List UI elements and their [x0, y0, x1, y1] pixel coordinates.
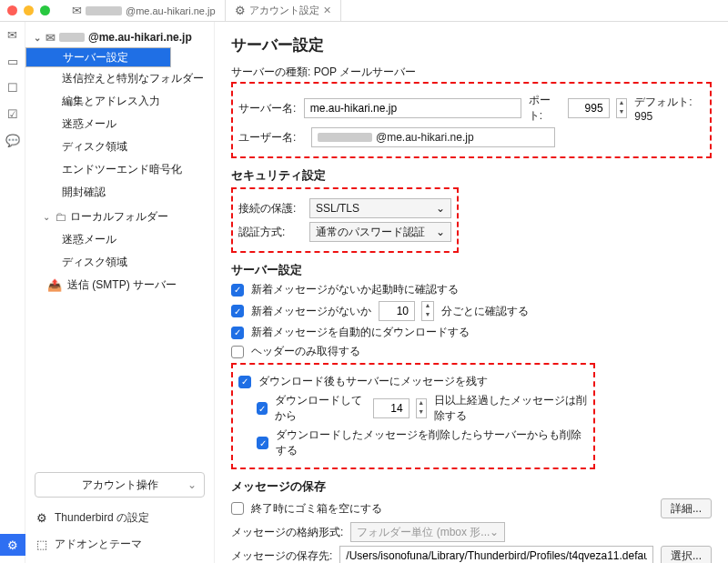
port-input[interactable] — [568, 98, 610, 118]
check-interval-post: 分ごとに確認する — [441, 304, 529, 319]
chat-icon[interactable]: 💬 — [5, 135, 20, 146]
delete-after-days-checkbox[interactable]: ✓ — [257, 402, 268, 415]
connection-security-label: 接続の保護: — [238, 201, 302, 216]
local-folders-label: ローカルフォルダー — [70, 209, 168, 225]
auth-method-label: 認証方式: — [238, 225, 302, 240]
security-section-title: セキュリティ設定 — [231, 167, 712, 184]
delete-remote-label: ダウンロードしたメッセージを削除したらサーバーからも削除する — [276, 427, 588, 458]
store-path-label: メッセージの保存先: — [231, 548, 332, 564]
auth-method-select[interactable]: 通常のパスワード認証⌄ — [309, 222, 451, 242]
sidebar-item-smtp[interactable]: 📤 送信 (SMTP) サーバー — [25, 274, 214, 297]
sidebar-item-receipts[interactable]: 開封確認 — [25, 181, 214, 204]
tab-account-settings[interactable]: ⚙ アカウント設定 ✕ — [226, 0, 341, 22]
tab-mail-account[interactable]: ✉ @me.au-hikari.ne.jp — [63, 0, 226, 22]
tab-bar: ✉ @me.au-hikari.ne.jp ⚙ アカウント設定 ✕ — [63, 0, 341, 22]
browse-button[interactable]: 選択... — [661, 546, 712, 563]
tab-label: @me.au-hikari.ne.jp — [126, 5, 216, 16]
check-interval-input[interactable] — [379, 301, 415, 321]
connection-security-select[interactable]: SSL/TLS⌄ — [309, 198, 451, 218]
gear-icon: ⚙ — [235, 5, 246, 16]
account-tree: サーバー設定 送信控えと特別なフォルダー 編集とアドレス入力 迷惑メール ディス… — [25, 47, 214, 204]
message-store-section-title: メッセージの保存 — [231, 478, 712, 495]
zoom-window-button[interactable] — [40, 5, 50, 15]
inbox-icon[interactable]: ✉ — [7, 29, 17, 41]
check-startup-checkbox[interactable]: ✓ — [231, 284, 244, 297]
leave-on-server-label: ダウンロード後もサーバーにメッセージを残す — [258, 374, 488, 389]
advanced-button[interactable]: 詳細... — [661, 498, 712, 518]
addons-link[interactable]: ⬚ アドオンとテーマ — [25, 531, 214, 558]
local-folders-header[interactable]: ⌄ 🗀 ローカルフォルダー — [25, 204, 214, 228]
local-tree: 迷惑メール ディスク領域 — [25, 228, 214, 274]
calendar-icon[interactable]: ☐ — [7, 82, 18, 94]
check-interval-pre: 新着メッセージがないか — [251, 304, 371, 319]
smtp-label: 送信 (SMTP) サーバー — [67, 277, 177, 293]
chevron-down-icon: ⌄ — [42, 212, 51, 222]
sidebar-item-compose[interactable]: 編集とアドレス入力 — [25, 90, 214, 113]
address-book-icon[interactable]: ▭ — [7, 55, 18, 67]
check-interval-checkbox[interactable]: ✓ — [231, 305, 244, 317]
user-name-value: @me.au-hikari.ne.jp — [376, 131, 474, 144]
close-tab-icon[interactable]: ✕ — [323, 5, 331, 16]
tasks-icon[interactable]: ☑ — [7, 108, 18, 120]
auto-download-checkbox[interactable]: ✓ — [231, 327, 244, 339]
chevron-down-icon: ⌄ — [187, 478, 197, 491]
user-name-label: ユーザー名: — [238, 130, 304, 146]
redacted-text — [318, 133, 372, 142]
empty-trash-label: 終了時にゴミ箱を空にする — [251, 501, 382, 517]
sidebar-item-e2e[interactable]: エンドツーエンド暗号化 — [25, 158, 214, 181]
tab-label: アカウント設定 — [249, 4, 319, 17]
days-stepper[interactable]: ▲▼ — [416, 398, 427, 418]
headers-only-label: ヘッダーのみ取得する — [251, 344, 360, 359]
minimize-window-button[interactable] — [24, 5, 34, 15]
account-actions-button[interactable]: アカウント操作 ⌄ — [35, 472, 205, 498]
addons-label: アドオンとテーマ — [55, 537, 142, 552]
account-name: @me.au-hikari.ne.jp — [88, 31, 192, 44]
sidebar-item-local-junk[interactable]: 迷惑メール — [25, 228, 214, 251]
port-label: ポート: — [529, 93, 561, 124]
default-port-label: デフォルト: 995 — [634, 95, 704, 123]
tb-settings-label: Thunderbird の設定 — [55, 510, 149, 526]
folder-icon: 🗀 — [55, 211, 66, 223]
store-format-label: メッセージの格納形式: — [231, 525, 343, 540]
account-actions-label: アカウント操作 — [82, 478, 158, 493]
leave-on-server-checkbox[interactable]: ✓ — [238, 376, 251, 388]
puzzle-icon: ⬚ — [36, 538, 47, 550]
main: ✉ ▭ ☐ ☑ 💬 ⚙ ⌄ ✉ @me.au-hikari.ne.jp サーバー… — [0, 22, 728, 563]
gear-icon: ⚙ — [7, 539, 18, 551]
thunderbird-settings-link[interactable]: ⚙ Thunderbird の設定 — [25, 505, 214, 531]
sidebar-item-junk[interactable]: 迷惑メール — [25, 113, 214, 136]
highlight-box-2: 接続の保護: SSL/TLS⌄ 認証方式: 通常のパスワード認証⌄ — [231, 187, 459, 253]
titlebar: ✉ @me.au-hikari.ne.jp ⚙ アカウント設定 ✕ — [0, 0, 728, 22]
close-window-button[interactable] — [7, 5, 17, 15]
server-name-input[interactable] — [304, 98, 521, 118]
delete-remote-checkbox[interactable]: ✓ — [257, 437, 268, 449]
store-path-input[interactable] — [339, 546, 653, 563]
chevron-down-icon: ⌄ — [436, 202, 445, 215]
mail-icon: ✉ — [72, 5, 82, 16]
server-kind-row: サーバーの種類: POP メールサーバー — [231, 65, 712, 80]
sidebar-item-disk[interactable]: ディスク領域 — [25, 136, 214, 158]
sidebar-item-local-disk[interactable]: ディスク領域 — [25, 251, 214, 274]
settings-rail-button[interactable]: ⚙ — [0, 534, 25, 556]
headers-only-checkbox[interactable] — [231, 346, 244, 358]
sidebar-item-copies[interactable]: 送信控えと特別なフォルダー — [25, 67, 214, 90]
user-name-input[interactable]: @me.au-hikari.ne.jp — [311, 127, 555, 147]
gear-icon: ⚙ — [36, 512, 47, 524]
page-title: サーバー設定 — [231, 35, 712, 55]
sidebar-item-server-settings[interactable]: サーバー設定 — [25, 47, 171, 67]
interval-stepper[interactable]: ▲▼ — [421, 301, 434, 321]
outbox-icon: 📤 — [47, 279, 62, 291]
delete-after-days-input[interactable] — [373, 398, 410, 418]
account-icon: ✉ — [46, 32, 56, 44]
server-name-label: サーバー名: — [238, 101, 297, 116]
empty-trash-checkbox[interactable] — [231, 502, 244, 515]
chevron-down-icon: ⌄ — [490, 526, 499, 538]
port-stepper[interactable]: ▲▼ — [616, 98, 628, 118]
server-settings-section-title: サーバー設定 — [231, 262, 712, 278]
store-format-select[interactable]: フォルダー単位 (mbox 形...⌄ — [350, 522, 505, 542]
activity-rail: ✉ ▭ ☐ ☑ 💬 ⚙ — [0, 22, 25, 563]
delete-after-days-post: 日以上経過したメッセージは削除する — [434, 393, 588, 424]
delete-after-days-pre: ダウンロードしてから — [275, 393, 366, 424]
highlight-box-1: サーバー名: ポート: ▲▼ デフォルト: 995 ユーザー名: @me.au-… — [231, 82, 712, 158]
account-header[interactable]: ⌄ ✉ @me.au-hikari.ne.jp — [25, 27, 214, 47]
